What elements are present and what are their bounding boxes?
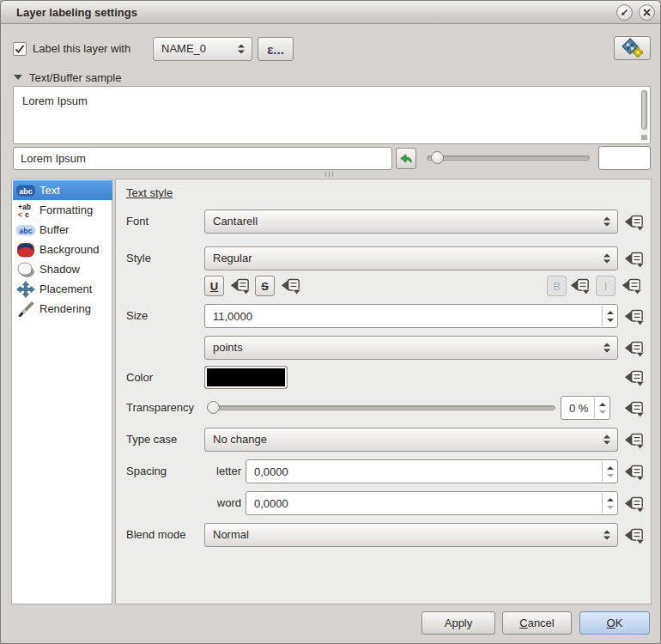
spinner-arrows-icon[interactable]	[594, 398, 609, 418]
sidebar-item-background[interactable]: Background	[13, 240, 112, 259]
bold-button[interactable]: B	[547, 276, 567, 296]
blend-mode-data-override-icon[interactable]	[622, 525, 645, 547]
preview-background-swatch[interactable]	[598, 146, 651, 170]
close-window-button[interactable]	[639, 4, 655, 21]
sidebar-item-shadow[interactable]: Shadow	[13, 259, 112, 279]
apply-button[interactable]: Apply	[421, 611, 495, 635]
italic-data-override-icon[interactable]	[620, 275, 642, 297]
sample-scrollbar-end	[641, 135, 647, 140]
font-combo[interactable]: Cantarell	[204, 210, 618, 234]
background-icon	[15, 241, 36, 258]
sidebar-item-label: Placement	[39, 283, 92, 295]
style-combo[interactable]: Regular	[204, 246, 618, 270]
undo-arrow-icon	[398, 151, 414, 167]
font-value: Cantarell	[213, 210, 258, 233]
type-case-value: No change	[213, 428, 267, 451]
close-icon	[643, 9, 651, 16]
placement-arrows-icon	[15, 281, 36, 298]
ok-button-label: OK	[607, 617, 623, 629]
sidebar-item-placement[interactable]: Placement	[13, 279, 112, 299]
spinner-arrows-icon[interactable]	[602, 493, 617, 513]
size-unit-combo[interactable]: points	[204, 336, 618, 360]
expression-button-label: ε...	[267, 42, 284, 57]
style-label: Style	[126, 246, 151, 270]
sidebar-item-label: Text	[39, 184, 60, 197]
attribute-field-combo[interactable]: NAME_0	[153, 37, 252, 61]
sample-scrollbar-thumb[interactable]	[641, 90, 647, 130]
bold-data-override-icon[interactable]	[568, 275, 591, 297]
transparency-spinbox[interactable]	[561, 396, 610, 420]
spacing-letter-label: letter	[203, 459, 241, 483]
sidebar-item-text[interactable]: Text	[13, 180, 112, 200]
type-case-data-override-icon[interactable]	[622, 429, 645, 452]
blend-mode-combo[interactable]: Normal	[204, 523, 618, 547]
letter-spacing-input[interactable]	[246, 460, 601, 483]
size-unit-value: points	[213, 337, 243, 359]
font-data-override-icon[interactable]	[622, 211, 645, 234]
window-title: Layer labeling settings	[16, 1, 137, 24]
transparency-label: Transparency	[126, 396, 194, 420]
combo-arrows-icon	[603, 343, 610, 353]
size-spinbox[interactable]	[204, 304, 618, 328]
sample-size-slider-track[interactable]	[427, 155, 590, 161]
sample-size-slider-handle[interactable]	[431, 151, 444, 164]
restore-window-button[interactable]	[616, 4, 633, 21]
ok-button[interactable]: OK	[579, 611, 650, 635]
type-case-combo[interactable]: No change	[204, 428, 618, 452]
sample-section-title: Text/Buffer sample	[29, 71, 121, 84]
sidebar-item-label: Background	[39, 243, 99, 256]
blend-mode-value: Normal	[213, 524, 249, 546]
strikeout-data-override-icon[interactable]	[279, 275, 301, 297]
word-spacing-spinbox[interactable]	[246, 491, 618, 515]
style-data-override-icon[interactable]	[622, 248, 645, 270]
label-layer-with-label: Label this layer with	[33, 37, 130, 61]
text-style-section-title: Text style	[126, 186, 173, 199]
spinner-arrows-icon[interactable]	[602, 306, 617, 326]
attribute-field-value: NAME_0	[161, 38, 206, 60]
letter-spacing-data-override-icon[interactable]	[622, 461, 645, 483]
word-spacing-input[interactable]	[246, 492, 601, 514]
formatting-icon	[15, 202, 36, 219]
color-data-override-icon[interactable]	[622, 367, 645, 389]
strikeout-button[interactable]: S	[255, 276, 275, 296]
blend-mode-label: Blend mode	[126, 523, 185, 547]
transparency-input[interactable]	[561, 397, 593, 419]
transparency-slider-handle[interactable]	[207, 401, 220, 414]
size-unit-data-override-icon[interactable]	[622, 337, 645, 360]
sidebar-item-formatting[interactable]: Formatting	[13, 200, 112, 220]
collapse-triangle-icon[interactable]	[14, 75, 22, 80]
size-label: Size	[126, 304, 148, 328]
transparency-data-override-icon[interactable]	[622, 398, 645, 420]
underline-data-override-icon[interactable]	[228, 275, 251, 297]
label-layer-checkbox[interactable]	[13, 42, 27, 56]
size-data-override-icon[interactable]	[622, 306, 645, 328]
sidebar-item-buffer[interactable]: Buffer	[13, 220, 112, 240]
titlebar[interactable]: Layer labeling settings	[1, 1, 660, 24]
sample-text-input[interactable]	[13, 147, 392, 170]
restore-icon	[620, 8, 629, 17]
splitter-handle[interactable]	[325, 172, 333, 177]
expression-builder-button[interactable]: ε...	[258, 37, 294, 61]
cancel-button[interactable]: Cancel	[502, 611, 572, 635]
text-color-swatch-button[interactable]	[204, 366, 288, 389]
sidebar-item-rendering[interactable]: Rendering	[13, 299, 112, 319]
transparency-slider-track[interactable]	[207, 405, 555, 410]
spinner-arrows-icon[interactable]	[602, 461, 617, 482]
combo-arrows-icon	[603, 435, 610, 445]
apply-button-label: Apply	[445, 617, 473, 629]
letter-spacing-spinbox[interactable]	[246, 459, 618, 483]
cancel-button-label: Cancel	[519, 617, 554, 629]
underline-button[interactable]: U	[204, 276, 224, 296]
automated-placement-settings-button[interactable]	[614, 36, 651, 60]
word-spacing-data-override-icon[interactable]	[622, 493, 645, 515]
reset-sample-button[interactable]	[396, 148, 416, 169]
buffer-abc-icon	[15, 222, 36, 239]
type-case-label: Type case	[126, 428, 177, 452]
sample-preview-text: Lorem Ipsum	[22, 94, 88, 107]
check-icon	[14, 43, 26, 55]
italic-button[interactable]: I	[596, 276, 616, 296]
size-input[interactable]	[205, 305, 601, 327]
layer-labeling-dialog: Layer labeling settings Label this layer…	[0, 0, 661, 644]
color-label: Color	[126, 366, 153, 389]
sidebar-item-label: Rendering	[39, 302, 91, 315]
